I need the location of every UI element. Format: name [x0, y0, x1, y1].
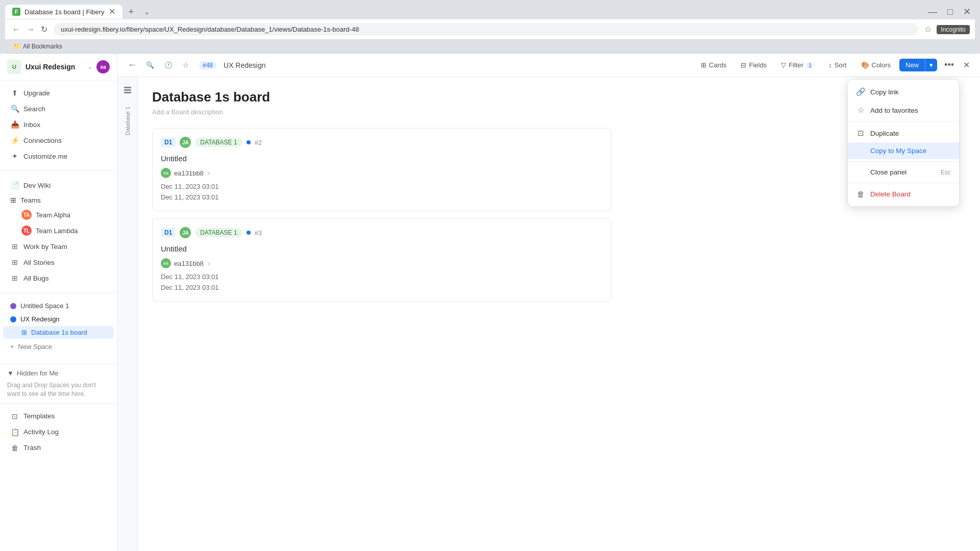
close-panel-button[interactable]: ✕ — [961, 58, 972, 72]
tab-title: Database 1s board | Fibery — [24, 8, 105, 16]
dropdown-copy-link[interactable]: 🔗 Copy link — [848, 83, 959, 101]
sidebar-item-team-alpha[interactable]: TA Team Alpha — [3, 207, 114, 222]
dropdown-divider-1 — [848, 121, 959, 122]
minimize-button[interactable]: — — [924, 5, 941, 19]
copy-to-my-space-label: Copy to My Space — [870, 147, 926, 155]
db-panel-icon[interactable] — [120, 83, 135, 97]
delete-board-label: Delete Board — [870, 190, 911, 198]
sidebar-label-devwiki: Dev Wiki — [23, 182, 51, 189]
search-toolbar-icon: 🔍 — [146, 61, 154, 69]
window-close-button[interactable]: ✕ — [959, 4, 975, 19]
sidebar-item-all-bugs[interactable]: ⊞ All Bugs — [3, 270, 114, 286]
page-title: Database 1s board — [152, 89, 966, 105]
issue-count-button[interactable]: #48 — [196, 59, 219, 71]
sidebar-item-activity-log[interactable]: 📋 Activity Log — [3, 424, 114, 440]
sidebar-item-untitled-space1[interactable]: Untitled Space 1 — [3, 299, 114, 312]
hidden-for-me-label: Hidden for Me — [17, 369, 59, 377]
workspace-header[interactable]: U Uxui Redesign ⌄ ea — [0, 54, 117, 81]
new-tab-button[interactable]: + — [125, 5, 138, 19]
new-space-label: New Space — [18, 343, 52, 350]
teams-group-header[interactable]: ⊞ Teams — [3, 193, 114, 207]
dropdown-copy-to-my-space[interactable]: Copy to My Space — [848, 142, 959, 159]
cards-button[interactable]: ⊞ Cards — [695, 59, 732, 71]
filter-icon: ▽ — [781, 61, 786, 69]
teams-collapse-icon: ⊞ — [10, 196, 16, 204]
bookmarks-bar-item[interactable]: 📁 All Bookmarks — [10, 42, 65, 51]
dropdown-close-panel[interactable]: Close panel Esc — [848, 164, 959, 181]
dropdown-duplicate[interactable]: ⊡ Duplicate — [848, 124, 959, 142]
sidebar-item-connections[interactable]: ⚡ Connections — [3, 133, 114, 148]
sort-button[interactable]: ↕ Sort — [823, 59, 852, 71]
hidden-description: Drag and Drop Spaces you don't want to s… — [7, 381, 110, 398]
new-label: New — [905, 61, 919, 69]
bookmark-button[interactable]: ☆ — [922, 22, 934, 36]
duplicate-icon: ⊡ — [856, 129, 865, 138]
sidebar-item-customize[interactable]: ✦ Customize.me — [3, 148, 114, 164]
card-status-dot — [247, 231, 251, 235]
fields-button[interactable]: ⊟ Fields — [735, 59, 772, 71]
sidebar-item-database-1s-board[interactable]: ⊞ Database 1s board — [3, 326, 114, 339]
card-arrow-icon[interactable]: › — [208, 169, 210, 177]
colors-button[interactable]: 🎨 Colors — [855, 59, 897, 71]
address-bar[interactable] — [54, 23, 918, 36]
sidebar-item-ux-redesign[interactable]: UX Redesign — [3, 313, 114, 325]
forward-button[interactable]: → — [24, 23, 37, 36]
colors-label: Colors — [872, 61, 891, 69]
sidebar-item-upgrade[interactable]: ⬆ Upgrade — [3, 85, 114, 101]
sidebar-item-templates[interactable]: ⊡ Templates — [3, 409, 114, 424]
dropdown-delete-board[interactable]: 🗑 Delete Board — [848, 185, 959, 203]
user-initials: ea — [100, 64, 106, 70]
user-avatar[interactable]: ea — [96, 60, 110, 73]
card-id-badge: D1 — [161, 138, 176, 147]
sidebar-item-work-by-team[interactable]: ⊞ Work by Team — [3, 239, 114, 254]
new-space-button[interactable]: + New Space — [3, 340, 114, 354]
new-dropdown-button[interactable]: ▾ — [925, 59, 937, 71]
fields-label: Fields — [749, 61, 767, 69]
main-toolbar: ← 🔍 🕐 ☆ #48 UX Redesign ⊞ Ca — [117, 54, 980, 77]
templates-label: Templates — [23, 412, 55, 420]
add-to-favorites-label: Add to favorites — [870, 107, 918, 114]
sidebar-item-trash[interactable]: 🗑 Trash — [3, 440, 114, 456]
card-user-name: ea131bb8 — [174, 169, 204, 177]
card-user-avatar: ea — [161, 258, 171, 268]
trash-label: Trash — [23, 444, 41, 452]
sidebar-item-search[interactable]: 🔍 Search — [3, 101, 114, 116]
card-id-badge: D1 — [161, 228, 176, 237]
back-button[interactable]: ← — [10, 23, 22, 36]
page-description[interactable]: Add a Board description — [152, 108, 966, 116]
incognito-badge: Incognito — [937, 25, 970, 34]
context-dropdown-menu: 🔗 Copy link ☆ Add to favorites ⊡ Duplica… — [847, 79, 960, 207]
hidden-for-me-header[interactable]: ▼ Hidden for Me — [7, 369, 110, 377]
more-options-button[interactable]: ••• — [940, 58, 958, 72]
card-title[interactable]: Untitled — [161, 244, 603, 253]
card-arrow-icon[interactable]: › — [208, 259, 210, 267]
db-panel-label[interactable]: Database 1 — [125, 103, 131, 139]
back-navigation-button[interactable]: ← — [126, 58, 139, 72]
clock-toolbar-button[interactable]: 🕐 — [161, 59, 176, 71]
tab-dropdown-button[interactable]: ⌄ — [140, 6, 154, 18]
tab-close-button[interactable]: ✕ — [109, 8, 115, 16]
sidebar-label-customize: Customize.me — [23, 153, 67, 160]
maximize-button[interactable]: □ — [943, 5, 957, 19]
sidebar-label-all-stories: All Stories — [23, 259, 55, 266]
svg-rect-2 — [124, 92, 131, 93]
untitled-space1-dot — [10, 303, 16, 309]
new-main-button[interactable]: New — [899, 59, 925, 71]
dropdown-add-to-favorites[interactable]: ☆ Add to favorites — [848, 101, 959, 119]
search-toolbar-button[interactable]: 🔍 — [143, 59, 157, 71]
reload-button[interactable]: ↻ — [39, 22, 50, 36]
sidebar-item-all-stories[interactable]: ⊞ All Stories — [3, 255, 114, 270]
sidebar-label-all-bugs: All Bugs — [23, 274, 49, 282]
star-toolbar-button[interactable]: ☆ — [180, 59, 192, 71]
card-title[interactable]: Untitled — [161, 154, 603, 163]
star-icon: ☆ — [183, 61, 189, 69]
filter-button[interactable]: ▽ Filter 1 — [775, 59, 820, 71]
inbox-icon: 📥 — [10, 120, 19, 129]
card-status-dot — [247, 140, 251, 144]
browser-tab[interactable]: F Database 1s board | Fibery ✕ — [5, 5, 122, 19]
bookmarks-folder-icon: 📁 — [13, 43, 21, 50]
sidebar-item-inbox[interactable]: 📥 Inbox — [3, 117, 114, 132]
sidebar-item-team-lambda[interactable]: TL Team Lambda — [3, 223, 114, 238]
sidebar-item-devwiki[interactable]: 📄 Dev Wiki — [3, 178, 114, 193]
filter-count-badge: 1 — [806, 62, 814, 68]
